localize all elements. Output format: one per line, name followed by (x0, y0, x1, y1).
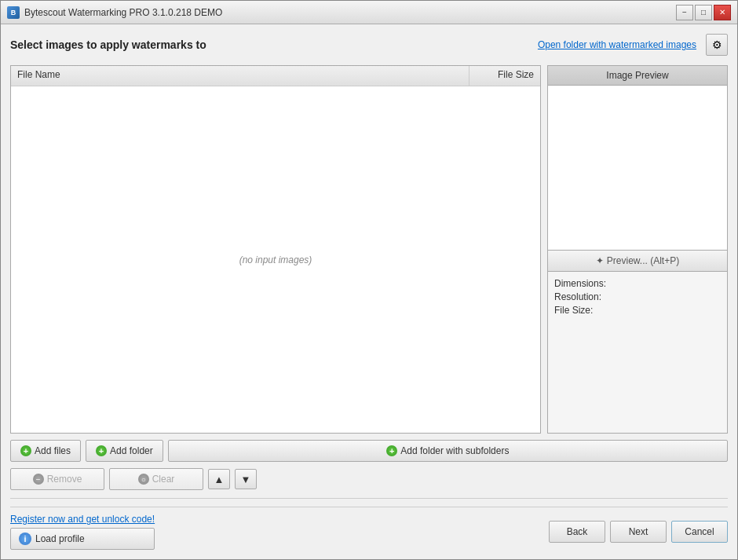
file-panel: File Name File Size (no input images) (10, 65, 541, 434)
titlebar-left: B Bytescout Watermarking PRO 3.1.0.218 D… (7, 6, 222, 19)
content-area: Select images to apply watermarks to Ope… (1, 24, 737, 559)
add-folder-subfolders-button[interactable]: + Add folder with subfolders (168, 440, 728, 462)
remove-label: Remove (47, 474, 82, 485)
add-folder-icon: + (96, 445, 107, 456)
add-files-icon: + (20, 445, 31, 456)
up-arrow-icon: ▲ (214, 474, 225, 485)
preview-panel: Image Preview ✦ Preview... (Alt+P) Dimen… (547, 65, 728, 434)
titlebar: B Bytescout Watermarking PRO 3.1.0.218 D… (1, 1, 737, 24)
clear-icon: ○ (138, 474, 149, 485)
bottom-area: Register now and get unlock code! i Load… (10, 507, 728, 550)
add-folder-button[interactable]: + Add folder (86, 440, 163, 462)
titlebar-controls: − □ ✕ (676, 5, 731, 20)
preview-image-box (547, 85, 728, 250)
settings-button[interactable]: ⚙ (706, 34, 728, 56)
titlebar-title: Bytescout Watermarking PRO 3.1.0.218 DEM… (24, 7, 222, 18)
dimensions-label: Dimensions: (554, 278, 721, 289)
bottom-left: Register now and get unlock code! i Load… (10, 514, 155, 550)
clear-label: Clear (152, 474, 175, 485)
move-up-button[interactable]: ▲ (208, 469, 230, 489)
open-folder-link[interactable]: Open folder with watermarked images (538, 39, 696, 50)
preview-button[interactable]: ✦ Preview... (Alt+P) (547, 250, 728, 271)
header-row: Select images to apply watermarks to Ope… (10, 34, 728, 56)
action-row: + Add files + Add folder + Add folder wi… (10, 440, 728, 462)
load-profile-button[interactable]: i Load profile (10, 528, 155, 550)
cancel-label: Cancel (685, 526, 714, 537)
page-title: Select images to apply watermarks to (10, 38, 206, 51)
empty-message: (no input images) (239, 254, 312, 265)
panels-row: File Name File Size (no input images) Im… (10, 65, 728, 434)
load-profile-label: Load profile (35, 533, 85, 544)
column-filesize: File Size (469, 66, 540, 86)
add-files-button[interactable]: + Add files (10, 440, 81, 462)
next-button[interactable]: Next (610, 521, 667, 543)
clear-button[interactable]: ○ Clear (109, 468, 203, 490)
add-folder-subfolders-label: Add folder with subfolders (400, 445, 509, 456)
preview-icon: ✦ (596, 255, 604, 266)
move-down-button[interactable]: ▼ (235, 469, 257, 489)
secondary-row: − Remove ○ Clear ▲ ▼ (10, 468, 728, 490)
next-label: Next (629, 526, 648, 537)
add-files-label: Add files (35, 445, 71, 456)
add-folder-label: Add folder (110, 445, 153, 456)
preview-info: Dimensions: Resolution: File Size: (547, 271, 728, 434)
close-button[interactable]: ✕ (714, 5, 731, 20)
file-list-body: (no input images) (11, 86, 540, 433)
maximize-button[interactable]: □ (695, 5, 712, 20)
filesize-label: File Size: (554, 305, 721, 316)
gear-icon: ⚙ (712, 38, 722, 51)
header-right: Open folder with watermarked images ⚙ (538, 34, 728, 56)
separator (10, 498, 728, 499)
main-window: B Bytescout Watermarking PRO 3.1.0.218 D… (0, 0, 738, 560)
preview-header: Image Preview (547, 65, 728, 85)
remove-icon: − (33, 474, 44, 485)
register-link[interactable]: Register now and get unlock code! (10, 514, 155, 525)
file-table-header: File Name File Size (11, 66, 540, 86)
back-label: Back (567, 526, 588, 537)
info-icon: i (19, 533, 31, 545)
back-button[interactable]: Back (549, 521, 605, 543)
remove-button[interactable]: − Remove (10, 468, 104, 490)
column-filename: File Name (11, 66, 469, 86)
bottom-right: Back Next Cancel (549, 521, 728, 543)
down-arrow-icon: ▼ (241, 474, 251, 485)
minimize-button[interactable]: − (676, 5, 693, 20)
add-folder-subfolders-icon: + (386, 445, 397, 456)
cancel-button[interactable]: Cancel (671, 521, 728, 543)
preview-button-label: Preview... (Alt+P) (607, 255, 679, 266)
resolution-label: Resolution: (554, 291, 721, 302)
app-icon: B (7, 6, 20, 19)
